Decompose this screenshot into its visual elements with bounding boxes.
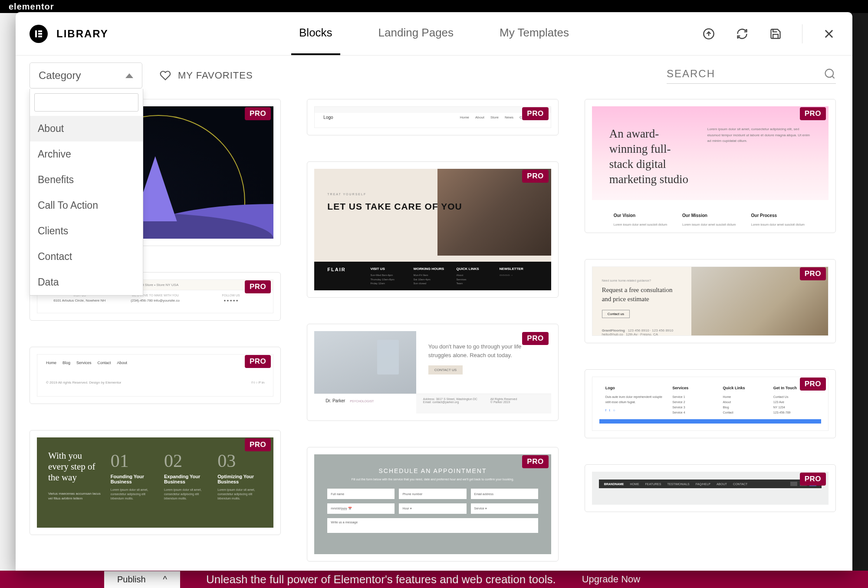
pro-badge: PRO	[800, 473, 826, 486]
template-preview: 📞 123-456-7890 Logo HomeAboutStoreNewsCo…	[314, 106, 551, 128]
bg-bottom-bar: Publish ^ Unleash the full power of Elem…	[0, 571, 868, 588]
search-icon[interactable]	[824, 68, 836, 80]
template-preview: TREAT YOURSELF LET US TAKE CARE OF YOU F…	[314, 169, 551, 290]
pro-badge: PRO	[245, 280, 271, 293]
pro-badge: PRO	[245, 355, 271, 368]
pro-badge: PRO	[245, 438, 271, 451]
category-option-cta[interactable]: Call To Action	[30, 193, 143, 218]
template-card[interactable]: PRO BRANDNAME HOMEFEATURESTESTIMONIALSFA…	[585, 464, 836, 512]
publish-button[interactable]: Publish ^	[104, 571, 180, 588]
category-dropdown-panel: About Archive Benefits Call To Action Cl…	[30, 89, 143, 296]
heart-icon	[160, 70, 171, 81]
template-card[interactable]: PRO TREAT YOURSELF LET US TAKE CARE OF Y…	[307, 161, 558, 298]
pro-badge: PRO	[800, 267, 826, 280]
search-input[interactable]	[667, 68, 817, 80]
upgrade-banner-text: Unleash the full power of Elementor's fe…	[206, 573, 556, 586]
divider	[802, 24, 802, 43]
modal-header: LIBRARY Blocks Landing Pages My Template…	[16, 12, 852, 56]
template-preview: An award-winning full-stack digital mark…	[592, 106, 829, 226]
bg-logo: elementor	[9, 2, 54, 12]
pro-badge: PRO	[800, 107, 826, 120]
pro-badge: PRO	[522, 170, 548, 183]
template-card[interactable]: PRO Need some home-related guidance? Req…	[585, 259, 836, 343]
category-option-clients[interactable]: Clients	[30, 218, 143, 244]
category-option-benefits[interactable]: Benefits	[30, 167, 143, 193]
template-preview: BRANDNAME HOMEFEATURESTESTIMONIALSFAQ/HE…	[592, 472, 829, 505]
publish-label: Publish	[117, 575, 146, 585]
template-card[interactable]: PRO You don't have to go through your li…	[307, 324, 558, 421]
my-favorites-button[interactable]: MY FAVORITES	[160, 70, 253, 81]
template-card[interactable]: PRO HomeBlogServicesContactAbout + 44 03…	[30, 347, 281, 404]
modal-toolbar: Category About Archive Benefits Call To …	[16, 56, 852, 95]
dropdown-search-wrap	[30, 89, 143, 116]
chevron-up-icon: ^	[163, 575, 167, 585]
svg-rect-2	[38, 33, 42, 35]
category-option-about[interactable]: About	[30, 116, 143, 141]
svg-point-7	[825, 69, 834, 77]
search-box	[667, 68, 836, 84]
svg-rect-1	[38, 30, 42, 32]
svg-rect-0	[35, 30, 37, 37]
category-option-contact[interactable]: Contact	[30, 244, 143, 269]
library-modal: LIBRARY Blocks Landing Pages My Template…	[16, 12, 852, 571]
library-brand: LIBRARY	[30, 25, 108, 43]
category-option-data[interactable]: Data	[30, 269, 143, 295]
bg-admin-bar: elementor	[0, 0, 868, 13]
category-dropdown[interactable]: Category About Archive Benefits Call To …	[30, 62, 142, 89]
template-card[interactable]: PRO With you every step of the wayVarius…	[30, 430, 281, 535]
svg-line-8	[832, 76, 835, 78]
pro-badge: PRO	[245, 107, 271, 120]
library-tabs: Blocks Landing Pages My Templates	[291, 12, 577, 55]
template-preview: SCHEDULE AN APPOINTMENT Fill out the for…	[314, 454, 551, 554]
template-preview: You don't have to go through your life s…	[314, 331, 551, 414]
dropdown-search-input[interactable]	[34, 93, 138, 112]
pro-badge: PRO	[522, 107, 548, 120]
template-card[interactable]: PRO LogoDuis aute irure dolor reprehende…	[585, 369, 836, 438]
pro-badge: PRO	[522, 455, 548, 468]
header-actions	[702, 24, 836, 43]
tab-landing-pages[interactable]: Landing Pages	[371, 12, 461, 55]
template-card[interactable]: PRO 📞 123-456-7890 Logo HomeAboutStoreNe…	[307, 99, 558, 135]
template-card[interactable]: PRO An award-winning full-stack digital …	[585, 99, 836, 233]
caret-up-icon	[125, 73, 133, 78]
template-preview: Need some home-related guidance? Request…	[592, 266, 829, 336]
pro-badge: PRO	[522, 332, 548, 345]
template-card[interactable]: PRO SCHEDULE AN APPOINTMENT Fill out the…	[307, 447, 558, 562]
elementor-logo-icon	[30, 25, 48, 43]
template-preview: LogoDuis aute irure dolor reprehenderit …	[592, 377, 829, 431]
pro-badge: PRO	[800, 378, 826, 391]
library-title: LIBRARY	[56, 28, 108, 40]
close-icon[interactable]	[822, 27, 836, 41]
upgrade-now-link[interactable]: Upgrade Now	[582, 574, 641, 585]
upload-icon[interactable]	[702, 27, 716, 41]
tab-my-templates[interactable]: My Templates	[492, 12, 577, 55]
tab-blocks[interactable]: Blocks	[291, 12, 340, 55]
category-label: Category	[39, 69, 81, 82]
template-preview: With you every step of the wayVarius mae…	[37, 437, 273, 528]
save-icon[interactable]	[769, 27, 783, 41]
svg-rect-3	[38, 36, 42, 37]
sync-icon[interactable]	[735, 27, 749, 41]
category-option-archive[interactable]: Archive	[30, 141, 143, 167]
favorites-label: MY FAVORITES	[178, 70, 253, 81]
template-preview: HomeBlogServicesContactAbout + 44 039 © …	[37, 354, 273, 397]
